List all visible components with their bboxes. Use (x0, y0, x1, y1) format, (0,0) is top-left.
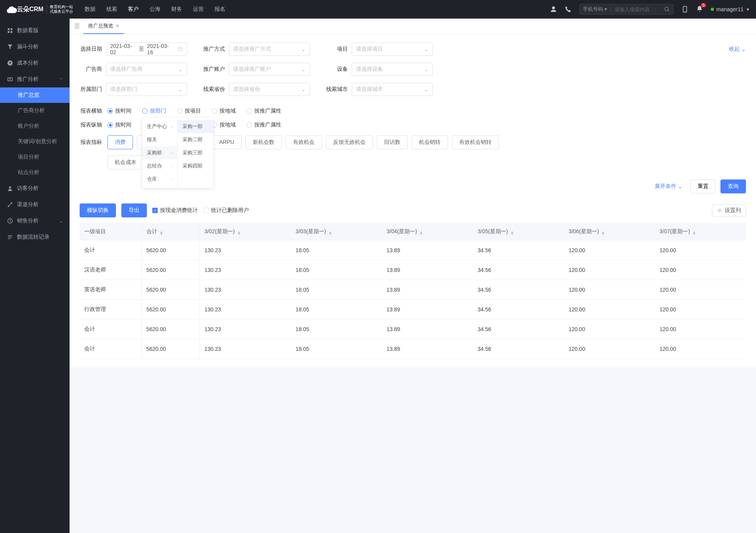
sidebar-item-推广分析[interactable]: 推广分析⌃ (0, 71, 70, 87)
nav-数据[interactable]: 数据 (85, 6, 95, 13)
nav-线索[interactable]: 线索 (106, 6, 117, 13)
collapse-link[interactable]: 收起 ⌄ (729, 46, 746, 53)
province-select[interactable]: 请选择省份⌄ (229, 83, 310, 96)
search-icon[interactable] (664, 6, 670, 12)
metric-机会成本[interactable]: 机会成本 (107, 155, 144, 169)
advertiser-select[interactable]: 请选择广告商⌄ (106, 63, 187, 76)
metric-有效机会[interactable]: 有效机会 (286, 135, 322, 149)
metric-新机会数[interactable]: 新机会数 (245, 135, 282, 149)
metric-回访数[interactable]: 回访数 (377, 135, 408, 149)
mobile-icon[interactable] (681, 6, 688, 13)
cascade-总经办[interactable]: 总经办› (142, 159, 177, 173)
col-3/05(星期一)[interactable]: 3/05(星期一) ▲▼ (473, 223, 564, 241)
advertiser-label: 广告商 (80, 66, 102, 73)
radio-按部门[interactable]: 按部门 (142, 108, 166, 114)
y-axis-label: 报表纵轴 (80, 121, 102, 128)
col-合计[interactable]: 合计 ▲▼ (141, 223, 199, 241)
table-row: 英语老师5620.00130.2318.0513.8934.56120.0012… (80, 280, 746, 300)
sidebar-item-漏斗分析[interactable]: 漏斗分析 (0, 39, 70, 55)
sidebar-item-成本分析[interactable]: 成本分析 (0, 55, 70, 71)
col-3/04(星期一)[interactable]: 3/04(星期一) ▲▼ (382, 223, 473, 241)
sort-icon: ▲▼ (692, 231, 696, 235)
table-row: 行政管理5620.00130.2318.0513.8934.56120.0012… (80, 300, 746, 319)
radio-按推广属性[interactable]: 按推广属性 (247, 121, 281, 128)
cascade-采购二部[interactable]: 采购二部 (178, 133, 213, 146)
device-select[interactable]: 请选择设备⌄ (352, 63, 433, 76)
cash-stat-checkbox[interactable]: 按现金消费统计 (152, 207, 198, 214)
sidebar-sub-广告商分析[interactable]: 广告商分析 (0, 103, 70, 118)
metric-有效机会销转[interactable]: 有效机会销转 (452, 135, 499, 149)
metric-机会销转[interactable]: 机会销转 (412, 135, 448, 149)
radio-按地域[interactable]: 按地域 (212, 121, 236, 128)
user-name: manager11 (716, 6, 744, 12)
dept-select[interactable]: 请选择部门⌄ (106, 83, 187, 96)
col-3/06(星期一)[interactable]: 3/06(星期一) ▲▼ (564, 223, 655, 241)
user-icon[interactable] (550, 6, 557, 13)
dept-label: 所属部门 (80, 86, 102, 93)
sidebar-item-数据流转记录[interactable]: 数据流转记录 (0, 229, 70, 245)
radio-circle-icon (212, 108, 217, 114)
cascade-采购三部[interactable]: 采购三部 (178, 146, 213, 159)
cascade-采购部[interactable]: 采购部› (142, 146, 177, 159)
project-select[interactable]: 请选择项目⌄ (352, 43, 433, 56)
method-select[interactable]: 请选择推广方式⌄ (229, 43, 310, 56)
cascade-采购一部[interactable]: 采购一部 (178, 120, 213, 133)
metric-ARPU[interactable]: ARPU (212, 135, 242, 149)
metric-消费[interactable]: 消费 (107, 135, 133, 149)
sidebar-sub-项目分析[interactable]: 项目分析 (0, 149, 70, 165)
col-一级项目[interactable]: 一级项目 (80, 223, 141, 241)
close-icon[interactable]: ✕ (116, 23, 119, 29)
phone-icon[interactable] (565, 6, 572, 13)
search-input[interactable] (615, 7, 661, 12)
nav-运营[interactable]: 运营 (193, 6, 204, 13)
search-box[interactable]: 手机号码 ▾ | (579, 4, 674, 15)
dashboard-icon (7, 27, 13, 34)
sidebar-item-渠道分析[interactable]: 渠道分析 (0, 196, 70, 213)
nav-客户[interactable]: 客户 (128, 6, 139, 13)
sidebar-sub-站点分析[interactable]: 站点分析 (0, 165, 70, 180)
logo: 云朵CRM 教育机构一站 式服务云平台 (6, 5, 73, 14)
tab-promo-overview[interactable]: 推广总预览 ✕ (83, 19, 124, 34)
search-type-selector[interactable]: 手机号码 ▾ (583, 6, 607, 13)
account-select[interactable]: 请选择推广账户⌄ (229, 63, 310, 76)
device-label: 设备 (325, 66, 348, 73)
col-3/07(星期一)[interactable]: 3/07(星期一) ▲▼ (655, 223, 746, 241)
export-button[interactable]: 导出 (121, 203, 147, 217)
nav-报名[interactable]: 报名 (215, 6, 225, 13)
query-button[interactable]: 查询 (720, 179, 746, 193)
cascade-采购四部[interactable]: 采购四部 (178, 159, 213, 173)
date-range-picker[interactable]: 2021-03-02 至 2021-03-16 (106, 43, 187, 56)
col-3/02(星期一)[interactable]: 3/02(星期一) ▲▼ (199, 223, 291, 241)
table-toolbar: 横纵切换 导出 按现金消费统计 统计已删除用户 设置列 (80, 203, 746, 217)
toggle-axis-button[interactable]: 横纵切换 (80, 203, 116, 217)
chevron-right-icon: › (172, 177, 173, 181)
sidebar-toggle-icon[interactable]: ☰ (74, 22, 80, 30)
radio-按项目[interactable]: 按项目 (177, 108, 201, 114)
cascade-报关[interactable]: 报关 (142, 133, 177, 146)
reset-button[interactable]: 重置 (690, 179, 716, 193)
nav-财务[interactable]: 财务 (171, 6, 182, 13)
cascade-仓库[interactable]: 仓库› (142, 173, 177, 186)
bell-button[interactable]: 5 (696, 5, 703, 14)
sidebar-item-访客分析[interactable]: 访客分析 (0, 180, 70, 196)
deleted-user-checkbox[interactable]: 统计已删除用户 (203, 207, 249, 214)
cascade-生产中心[interactable]: 生产中心› (142, 120, 177, 133)
chevron-down-icon: ⌄ (178, 66, 183, 72)
sidebar-sub-关键词/创意分析[interactable]: 关键词/创意分析 (0, 134, 70, 149)
column-settings-button[interactable]: 设置列 (712, 204, 746, 217)
nav-公海[interactable]: 公海 (150, 6, 160, 13)
sidebar-item-销售分析[interactable]: 销售分析⌄ (0, 213, 70, 229)
col-3/03(星期一)[interactable]: 3/03(星期一) ▲▼ (291, 223, 382, 241)
metric-反馈无效机会[interactable]: 反馈无效机会 (326, 135, 373, 149)
expand-conditions-link[interactable]: 展开条件 ⌄ (655, 183, 683, 190)
sidebar-item-数据看版[interactable]: 数据看版 (0, 22, 70, 39)
city-select[interactable]: 请选择城市⌄ (352, 83, 433, 96)
radio-按时间[interactable]: 按时间 (107, 121, 131, 128)
user-menu[interactable]: manager11 ▼ (711, 6, 750, 12)
radio-按时间[interactable]: 按时间 (107, 108, 131, 114)
radio-按推广属性[interactable]: 按推广属性 (247, 108, 281, 114)
sidebar-sub-账户分析[interactable]: 账户分析 (0, 118, 70, 134)
radio-按地域[interactable]: 按地域 (212, 108, 236, 114)
sidebar-sub-推广总览[interactable]: 推广总览 (0, 87, 70, 103)
x-axis-label: 报表横轴 (80, 108, 102, 114)
